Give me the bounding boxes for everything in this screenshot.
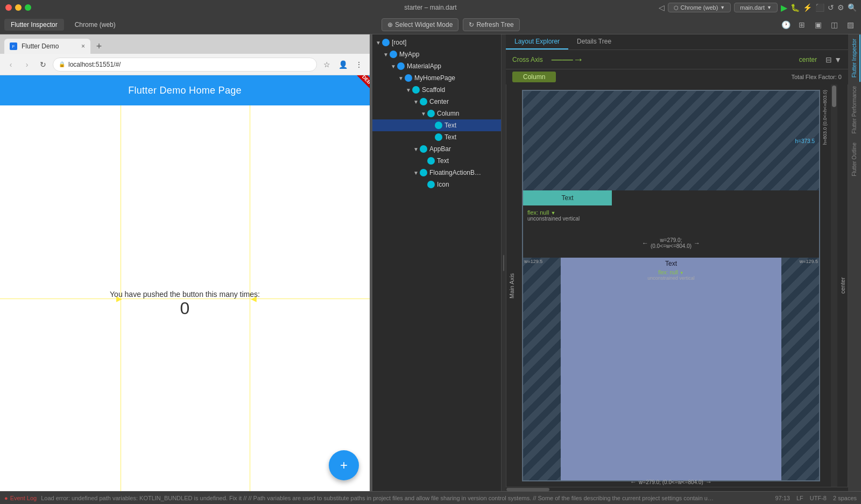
square-icon[interactable]: ▣ [811, 18, 824, 31]
bottom-right-striped: w=129.5 [781, 258, 819, 480]
debug-banner: DEBUG [344, 75, 370, 101]
file-target-btn[interactable]: main.dart ▼ [734, 3, 778, 12]
url-text: localhost:51551/#/ [68, 61, 121, 68]
close-button[interactable] [5, 4, 12, 11]
address-bar[interactable]: 🔒 localhost:51551/#/ [53, 58, 317, 72]
column-label: Column [512, 72, 556, 82]
settings-topbar-icon[interactable]: ⚙ [837, 3, 844, 12]
axis-expand-icon[interactable]: ▼ [834, 55, 842, 64]
reload-button[interactable]: ↺ [828, 3, 834, 12]
tree-toggle-myhomepage[interactable]: ▼ [397, 74, 405, 82]
reload-nav-btn[interactable]: ↻ [37, 58, 50, 71]
tree-toggle-scaffold[interactable]: ▼ [405, 86, 412, 94]
tree-label-fab: FloatingActionB… [429, 169, 481, 176]
tree-node-text2[interactable]: ▶ Text [372, 131, 501, 143]
search-topbar-icon[interactable]: 🔍 [848, 3, 857, 12]
user-btn[interactable]: 👤 [336, 58, 349, 71]
window-title: starter – main.dart [404, 4, 456, 11]
tree-toggle-root[interactable]: ▼ [375, 39, 382, 46]
stop-button[interactable]: ⬛ [815, 3, 824, 12]
refresh-tree-btn[interactable]: ↻ Refresh Tree [463, 18, 519, 31]
lock-icon: 🔒 [59, 61, 65, 67]
tree-label-text2: Text [444, 133, 456, 141]
top-striped-area: h=373.5 [523, 91, 819, 190]
forward-nav-btn[interactable]: › [20, 58, 33, 71]
palette-icon[interactable]: ◫ [828, 18, 841, 31]
tree-node-center[interactable]: ▼ Center [372, 96, 501, 108]
counter-value: 0 [110, 298, 260, 318]
flutter-inspector-tab[interactable]: Flutter Inspector [4, 19, 64, 31]
arrow-right-w: → [694, 239, 700, 247]
tree-toggle-fab[interactable]: ▼ [412, 169, 420, 176]
tab-close-btn[interactable]: × [81, 42, 85, 50]
right-tab-outline[interactable]: Flutter Outline [849, 138, 860, 181]
tree-toggle-materialapp[interactable]: ▼ [390, 62, 397, 70]
bottom-text-box[interactable]: Text flex: null ▼ unconstrained vertical [561, 258, 781, 480]
tree-resize-handle[interactable] [502, 34, 506, 491]
event-log-btn[interactable]: ● Event Log [4, 495, 37, 501]
run-button[interactable]: ▶ [781, 3, 787, 13]
tree-node-appbar[interactable]: ▼ AppBar [372, 143, 501, 155]
w-constraint-label: w=279.0;(0.0<=w<=804.0) [651, 237, 691, 249]
tree-node-icon[interactable]: ▶ Icon [372, 179, 501, 190]
chrome-web-tab[interactable]: Chrome (web) [68, 19, 122, 31]
browser-tab[interactable]: F Flutter Demo × [4, 39, 90, 54]
flex-dropdown-icon[interactable]: ▼ [551, 210, 555, 216]
grid-icon[interactable]: ⊞ [795, 18, 808, 31]
chrome-target-btn[interactable]: ⬡ Chrome (web) ▼ [668, 3, 731, 12]
tree-node-materialapp[interactable]: ▼ MaterialApp [372, 60, 501, 72]
tree-node-column[interactable]: ▼ Column [372, 108, 501, 119]
h-measurement-right: h=803.0 (0.0<=h<=803.0) [820, 90, 830, 481]
profile-button[interactable]: ⚡ [803, 3, 812, 12]
h-measurement-top: h=373.5 [795, 138, 815, 144]
tree-node-fab[interactable]: ▼ FloatingActionB… [372, 167, 501, 179]
flex-null-label[interactable]: flex: null ▼ [527, 209, 580, 216]
image-icon[interactable]: ▨ [844, 18, 857, 31]
status-bar: ● Event Log Load error: undefined path v… [0, 491, 861, 504]
tree-label-materialapp: MaterialApp [407, 62, 441, 70]
tree-toggle-myapp[interactable]: ▼ [382, 51, 390, 58]
indent-spaces: 2 spaces [833, 495, 857, 501]
flex-null-label-2[interactable]: flex: null ▼ [658, 269, 683, 275]
tree-node-text3[interactable]: ▶ Text [372, 155, 501, 167]
tree-label-center: Center [429, 98, 449, 105]
layout-explorer-tab[interactable]: Layout Explorer [506, 34, 568, 49]
bottom-text-label: Text [665, 260, 677, 267]
clock-icon[interactable]: 🕐 [779, 18, 792, 31]
horizontal-scrollbar[interactable] [506, 487, 848, 491]
right-tab-inspector[interactable]: Flutter Inspector [849, 34, 860, 82]
menu-btn[interactable]: ⋮ [352, 58, 365, 71]
right-tab-performance[interactable]: Flutter Performance [849, 82, 860, 138]
line-ending: LF [796, 495, 803, 501]
minimize-button[interactable] [15, 4, 22, 11]
tree-toggle-center[interactable]: ▼ [412, 98, 420, 105]
tree-node-text1[interactable]: ▶ Text [372, 119, 501, 131]
bookmark-btn[interactable]: ☆ [320, 58, 333, 71]
text-widget-box[interactable]: Text [523, 190, 612, 205]
tree-label-myapp: MyApp [399, 51, 419, 58]
center-axis-label: center [837, 84, 848, 487]
flutter-content: ▶ ◀ You have pushed the button this many… [0, 105, 370, 491]
tree-icon-myapp [390, 51, 397, 58]
details-tree-tab[interactable]: Details Tree [568, 34, 620, 49]
tree-toggle-column[interactable]: ▼ [420, 110, 427, 117]
title-bar: starter – main.dart ◁ ⬡ Chrome (web) ▼ m… [0, 0, 861, 15]
tree-node-myhomepage[interactable]: ▼ MyHomePage [372, 72, 501, 84]
tree-toggle-appbar[interactable]: ▼ [412, 145, 420, 153]
debug-button[interactable]: 🐛 [791, 3, 800, 12]
viz-scrollbar[interactable] [831, 84, 837, 487]
scrollbar-thumb[interactable] [832, 86, 836, 107]
cross-axis-arrow: ——→ [552, 53, 584, 66]
back-icon[interactable]: ◁ [659, 3, 665, 12]
axis-layout-icon[interactable]: ⊟ [825, 55, 832, 64]
tree-node-scaffold[interactable]: ▼ Scaffold [372, 84, 501, 96]
floating-action-button[interactable]: + [329, 450, 359, 480]
maximize-button[interactable] [25, 4, 31, 11]
tree-node-myapp[interactable]: ▼ MyApp [372, 48, 501, 60]
select-widget-btn[interactable]: ⊕ Select Widget Mode [382, 18, 458, 31]
new-tab-btn[interactable]: + [91, 39, 107, 54]
tree-node-root[interactable]: ▼ [root] [372, 37, 501, 48]
main-axis-label: Main Axis [506, 84, 517, 487]
column-header-bar: Column Total Flex Factor: 0 [506, 69, 848, 84]
back-nav-btn[interactable]: ‹ [4, 58, 17, 71]
